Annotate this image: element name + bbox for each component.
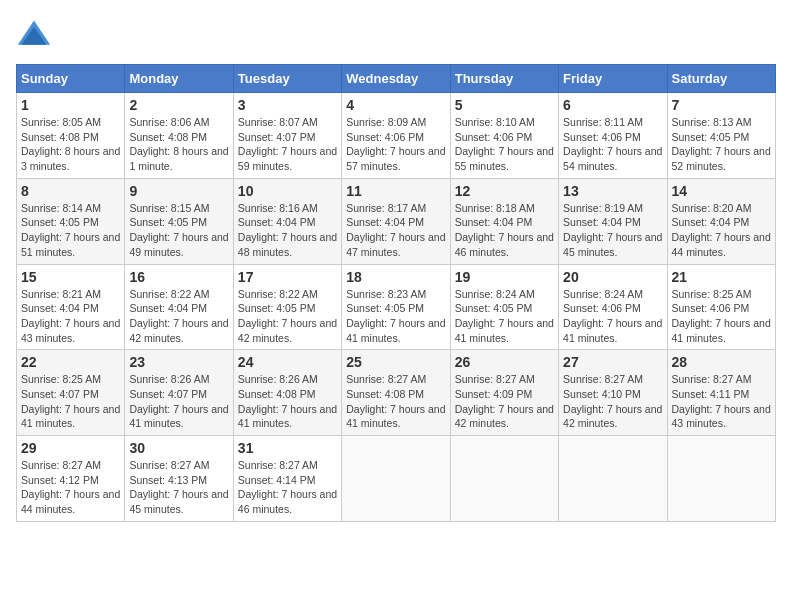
calendar-day-cell: 16 Sunrise: 8:22 AM Sunset: 4:04 PM Dayl… [125, 264, 233, 350]
calendar-day-cell: 1 Sunrise: 8:05 AM Sunset: 4:08 PM Dayli… [17, 93, 125, 179]
day-info: Sunrise: 8:27 AM Sunset: 4:14 PM Dayligh… [238, 458, 337, 517]
day-number: 4 [346, 97, 445, 113]
day-info: Sunrise: 8:05 AM Sunset: 4:08 PM Dayligh… [21, 115, 120, 174]
calendar-day-cell: 23 Sunrise: 8:26 AM Sunset: 4:07 PM Dayl… [125, 350, 233, 436]
day-info: Sunrise: 8:20 AM Sunset: 4:04 PM Dayligh… [672, 201, 771, 260]
day-info: Sunrise: 8:15 AM Sunset: 4:05 PM Dayligh… [129, 201, 228, 260]
day-number: 15 [21, 269, 120, 285]
calendar-header-wednesday: Wednesday [342, 65, 450, 93]
calendar-day-cell: 20 Sunrise: 8:24 AM Sunset: 4:06 PM Dayl… [559, 264, 667, 350]
calendar-day-cell: 22 Sunrise: 8:25 AM Sunset: 4:07 PM Dayl… [17, 350, 125, 436]
calendar-header-monday: Monday [125, 65, 233, 93]
day-info: Sunrise: 8:27 AM Sunset: 4:09 PM Dayligh… [455, 372, 554, 431]
day-info: Sunrise: 8:27 AM Sunset: 4:13 PM Dayligh… [129, 458, 228, 517]
calendar-day-cell: 28 Sunrise: 8:27 AM Sunset: 4:11 PM Dayl… [667, 350, 775, 436]
day-number: 25 [346, 354, 445, 370]
day-number: 19 [455, 269, 554, 285]
day-info: Sunrise: 8:17 AM Sunset: 4:04 PM Dayligh… [346, 201, 445, 260]
calendar-day-cell: 15 Sunrise: 8:21 AM Sunset: 4:04 PM Dayl… [17, 264, 125, 350]
day-info: Sunrise: 8:25 AM Sunset: 4:06 PM Dayligh… [672, 287, 771, 346]
calendar-day-cell: 30 Sunrise: 8:27 AM Sunset: 4:13 PM Dayl… [125, 436, 233, 522]
calendar-header-thursday: Thursday [450, 65, 558, 93]
day-info: Sunrise: 8:10 AM Sunset: 4:06 PM Dayligh… [455, 115, 554, 174]
calendar-day-cell [450, 436, 558, 522]
calendar-day-cell: 18 Sunrise: 8:23 AM Sunset: 4:05 PM Dayl… [342, 264, 450, 350]
day-number: 18 [346, 269, 445, 285]
calendar-header-tuesday: Tuesday [233, 65, 341, 93]
calendar-day-cell: 27 Sunrise: 8:27 AM Sunset: 4:10 PM Dayl… [559, 350, 667, 436]
day-info: Sunrise: 8:11 AM Sunset: 4:06 PM Dayligh… [563, 115, 662, 174]
calendar-day-cell: 6 Sunrise: 8:11 AM Sunset: 4:06 PM Dayli… [559, 93, 667, 179]
day-number: 31 [238, 440, 337, 456]
day-info: Sunrise: 8:27 AM Sunset: 4:10 PM Dayligh… [563, 372, 662, 431]
calendar-week-row: 22 Sunrise: 8:25 AM Sunset: 4:07 PM Dayl… [17, 350, 776, 436]
calendar-week-row: 1 Sunrise: 8:05 AM Sunset: 4:08 PM Dayli… [17, 93, 776, 179]
day-info: Sunrise: 8:22 AM Sunset: 4:05 PM Dayligh… [238, 287, 337, 346]
calendar-day-cell [342, 436, 450, 522]
calendar-week-row: 29 Sunrise: 8:27 AM Sunset: 4:12 PM Dayl… [17, 436, 776, 522]
day-info: Sunrise: 8:19 AM Sunset: 4:04 PM Dayligh… [563, 201, 662, 260]
calendar-header-row: SundayMondayTuesdayWednesdayThursdayFrid… [17, 65, 776, 93]
day-info: Sunrise: 8:22 AM Sunset: 4:04 PM Dayligh… [129, 287, 228, 346]
day-info: Sunrise: 8:06 AM Sunset: 4:08 PM Dayligh… [129, 115, 228, 174]
day-info: Sunrise: 8:26 AM Sunset: 4:07 PM Dayligh… [129, 372, 228, 431]
calendar-day-cell: 7 Sunrise: 8:13 AM Sunset: 4:05 PM Dayli… [667, 93, 775, 179]
calendar-day-cell: 10 Sunrise: 8:16 AM Sunset: 4:04 PM Dayl… [233, 178, 341, 264]
day-number: 23 [129, 354, 228, 370]
day-number: 13 [563, 183, 662, 199]
day-number: 12 [455, 183, 554, 199]
day-info: Sunrise: 8:24 AM Sunset: 4:05 PM Dayligh… [455, 287, 554, 346]
day-number: 29 [21, 440, 120, 456]
calendar-day-cell: 14 Sunrise: 8:20 AM Sunset: 4:04 PM Dayl… [667, 178, 775, 264]
day-info: Sunrise: 8:27 AM Sunset: 4:12 PM Dayligh… [21, 458, 120, 517]
day-number: 16 [129, 269, 228, 285]
day-info: Sunrise: 8:24 AM Sunset: 4:06 PM Dayligh… [563, 287, 662, 346]
calendar-day-cell: 29 Sunrise: 8:27 AM Sunset: 4:12 PM Dayl… [17, 436, 125, 522]
day-number: 5 [455, 97, 554, 113]
calendar-week-row: 8 Sunrise: 8:14 AM Sunset: 4:05 PM Dayli… [17, 178, 776, 264]
day-number: 14 [672, 183, 771, 199]
day-number: 1 [21, 97, 120, 113]
calendar-header-saturday: Saturday [667, 65, 775, 93]
day-number: 2 [129, 97, 228, 113]
day-number: 11 [346, 183, 445, 199]
calendar-day-cell: 24 Sunrise: 8:26 AM Sunset: 4:08 PM Dayl… [233, 350, 341, 436]
day-info: Sunrise: 8:27 AM Sunset: 4:08 PM Dayligh… [346, 372, 445, 431]
day-number: 26 [455, 354, 554, 370]
day-info: Sunrise: 8:16 AM Sunset: 4:04 PM Dayligh… [238, 201, 337, 260]
calendar: SundayMondayTuesdayWednesdayThursdayFrid… [16, 64, 776, 522]
day-info: Sunrise: 8:18 AM Sunset: 4:04 PM Dayligh… [455, 201, 554, 260]
day-number: 21 [672, 269, 771, 285]
calendar-day-cell: 17 Sunrise: 8:22 AM Sunset: 4:05 PM Dayl… [233, 264, 341, 350]
calendar-day-cell [559, 436, 667, 522]
calendar-day-cell: 31 Sunrise: 8:27 AM Sunset: 4:14 PM Dayl… [233, 436, 341, 522]
calendar-day-cell: 26 Sunrise: 8:27 AM Sunset: 4:09 PM Dayl… [450, 350, 558, 436]
day-info: Sunrise: 8:07 AM Sunset: 4:07 PM Dayligh… [238, 115, 337, 174]
day-number: 8 [21, 183, 120, 199]
calendar-day-cell: 2 Sunrise: 8:06 AM Sunset: 4:08 PM Dayli… [125, 93, 233, 179]
calendar-day-cell [667, 436, 775, 522]
calendar-day-cell: 5 Sunrise: 8:10 AM Sunset: 4:06 PM Dayli… [450, 93, 558, 179]
calendar-week-row: 15 Sunrise: 8:21 AM Sunset: 4:04 PM Dayl… [17, 264, 776, 350]
day-number: 6 [563, 97, 662, 113]
day-number: 30 [129, 440, 228, 456]
day-info: Sunrise: 8:14 AM Sunset: 4:05 PM Dayligh… [21, 201, 120, 260]
calendar-day-cell: 4 Sunrise: 8:09 AM Sunset: 4:06 PM Dayli… [342, 93, 450, 179]
day-info: Sunrise: 8:26 AM Sunset: 4:08 PM Dayligh… [238, 372, 337, 431]
day-number: 9 [129, 183, 228, 199]
calendar-day-cell: 8 Sunrise: 8:14 AM Sunset: 4:05 PM Dayli… [17, 178, 125, 264]
calendar-day-cell: 12 Sunrise: 8:18 AM Sunset: 4:04 PM Dayl… [450, 178, 558, 264]
day-number: 28 [672, 354, 771, 370]
day-number: 24 [238, 354, 337, 370]
day-info: Sunrise: 8:23 AM Sunset: 4:05 PM Dayligh… [346, 287, 445, 346]
day-info: Sunrise: 8:09 AM Sunset: 4:06 PM Dayligh… [346, 115, 445, 174]
header [16, 16, 776, 52]
day-number: 17 [238, 269, 337, 285]
day-number: 3 [238, 97, 337, 113]
day-number: 7 [672, 97, 771, 113]
calendar-header-sunday: Sunday [17, 65, 125, 93]
day-info: Sunrise: 8:27 AM Sunset: 4:11 PM Dayligh… [672, 372, 771, 431]
calendar-day-cell: 21 Sunrise: 8:25 AM Sunset: 4:06 PM Dayl… [667, 264, 775, 350]
day-info: Sunrise: 8:13 AM Sunset: 4:05 PM Dayligh… [672, 115, 771, 174]
calendar-header-friday: Friday [559, 65, 667, 93]
